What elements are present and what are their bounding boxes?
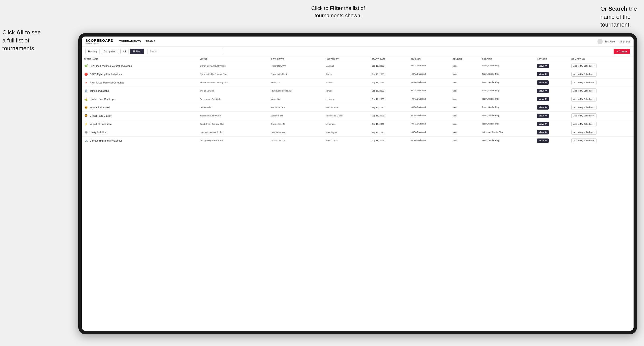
add-schedule-button-0[interactable]: Add to My Schedule +	[571, 64, 596, 68]
cell-gender-8: Men	[450, 128, 480, 137]
event-name-text-0: 2023 Joe Feaganes Marshall Invitational	[90, 65, 132, 67]
cell-city-3: Plymouth Meeting, PA	[269, 87, 324, 95]
cell-competing-1: Add to My Schedule +	[570, 70, 634, 78]
cell-competing-7: Add to My Schedule +	[570, 120, 634, 128]
cell-venue-2: Shuttle Meadow Country Club	[198, 78, 269, 87]
cell-venue-8: Gold Mountain Golf Club	[198, 128, 269, 137]
cell-division-8: NCAA Division I	[409, 128, 450, 137]
cell-city-1: Olympia Fields, IL	[269, 70, 324, 78]
cell-hosted-5: Kansas State	[324, 103, 370, 112]
add-schedule-button-1[interactable]: Add to My Schedule +	[571, 72, 596, 77]
cell-competing-3: Add to My Schedule +	[570, 87, 634, 95]
tournaments-table: EVENT NAME VENUE CITY, STATE HOSTED BY S…	[82, 56, 634, 145]
table-row: 🔺 Ryan T. Lee Memorial Collegiate Shuttl…	[82, 78, 634, 87]
view-button-6[interactable]: View 👁	[537, 114, 548, 118]
view-button-9[interactable]: View 👁	[537, 139, 548, 143]
filter-icon: ☰	[132, 50, 136, 53]
cell-competing-6: Add to My Schedule +	[570, 112, 634, 120]
add-schedule-button-9[interactable]: Add to My Schedule +	[571, 138, 596, 143]
view-button-7[interactable]: View 👁	[537, 122, 548, 126]
add-schedule-button-6[interactable]: Add to My Schedule +	[571, 113, 596, 118]
eye-icon-3: 👁	[545, 90, 547, 92]
filter-button[interactable]: ☰ Filter	[130, 49, 144, 54]
logo-area: SCOREBOARD Powered by clippd	[86, 38, 114, 45]
add-schedule-button-8[interactable]: Add to My Schedule +	[571, 130, 596, 135]
search-input[interactable]	[147, 49, 223, 54]
col-event-name: EVENT NAME	[82, 56, 198, 62]
event-name-text-8: Husky Individual	[90, 131, 107, 134]
all-button[interactable]: All	[120, 49, 128, 54]
cell-date-5: Sep 17, 2023	[370, 103, 409, 112]
view-button-4[interactable]: View 👁	[537, 97, 548, 101]
table-header-row: EVENT NAME VENUE CITY, STATE HOSTED BY S…	[82, 56, 634, 62]
avatar	[598, 39, 603, 44]
cell-competing-8: Add to My Schedule +	[570, 128, 634, 137]
table-row: 🐱 Wildcat Invitational Colbert Hills Man…	[82, 103, 634, 112]
cell-date-8: Sep 18, 2023	[370, 128, 409, 137]
cell-scoring-7: Team, Stroke Play	[480, 120, 535, 128]
cell-city-4: Victor, NY	[269, 95, 324, 103]
tab-tournaments[interactable]: TOURNAMENTS	[119, 39, 141, 44]
cell-hosted-7: Valparaiso	[324, 120, 370, 128]
add-schedule-button-7[interactable]: Add to My Schedule +	[571, 122, 596, 126]
cell-city-8: Bremerton, WA	[269, 128, 324, 137]
add-schedule-button-4[interactable]: Add to My Schedule +	[571, 97, 596, 102]
cell-actions-6: View 👁	[535, 112, 569, 120]
sign-out-link[interactable]: Sign out	[620, 40, 630, 43]
cell-competing-5: Add to My Schedule +	[570, 103, 634, 112]
cell-scoring-4: Team, Stroke Play	[480, 95, 535, 103]
view-button-1[interactable]: View 👁	[537, 72, 548, 76]
cell-hosted-1: Illinois	[324, 70, 370, 78]
view-button-3[interactable]: View 👁	[537, 89, 548, 93]
view-button-0[interactable]: View 👁	[537, 64, 548, 68]
cell-city-6: Jackson, TN	[269, 112, 324, 120]
view-button-5[interactable]: View 👁	[537, 105, 548, 110]
team-logo-6: 🦁	[84, 113, 88, 118]
cell-scoring-0: Team, Stroke Play	[480, 62, 535, 70]
col-competing: COMPETING	[570, 56, 634, 62]
cell-event-name-3: 🏛️ Temple Invitational	[82, 87, 198, 95]
tab-teams[interactable]: TEAMS	[146, 39, 155, 44]
add-schedule-button-3[interactable]: Add to My Schedule +	[571, 88, 596, 93]
cell-venue-3: The 1912 Club	[198, 87, 269, 95]
cell-scoring-9: Team, Stroke Play	[480, 137, 535, 145]
cell-date-9: Sep 18, 2023	[370, 137, 409, 145]
cell-actions-2: View 👁	[535, 78, 569, 87]
header-right: Test User | Sign out	[598, 39, 630, 44]
cell-division-0: NCAA Division I	[409, 62, 450, 70]
team-logo-3: 🏛️	[84, 88, 88, 93]
add-schedule-button-5[interactable]: Add to My Schedule +	[571, 105, 596, 110]
tablet-frame: SCOREBOARD Powered by clippd TOURNAMENTS…	[78, 33, 637, 334]
cell-actions-7: View 👁	[535, 120, 569, 128]
team-logo-1: 🔴	[84, 72, 88, 77]
cell-division-9: NCAA Division I	[409, 137, 450, 145]
eye-icon-5: 👁	[545, 106, 547, 109]
eye-icon-0: 👁	[545, 65, 547, 67]
col-scoring: SCORING	[480, 56, 535, 62]
cell-event-name-2: 🔺 Ryan T. Lee Memorial Collegiate	[82, 78, 198, 87]
cell-event-name-6: 🦁 Grover Page Classic	[82, 112, 198, 120]
view-button-8[interactable]: View 👁	[537, 130, 548, 135]
cell-division-3: NCAA Division I	[409, 87, 450, 95]
cell-event-name-8: 🐺 Husky Individual	[82, 128, 198, 137]
nav-tabs: TOURNAMENTS TEAMS	[119, 39, 598, 44]
view-button-2[interactable]: View 👁	[537, 80, 548, 85]
hosting-button[interactable]: Hosting	[86, 49, 100, 54]
table-row: 🏔️ Chicago Highlands Invitational Chicag…	[82, 137, 634, 145]
cell-event-name-0: 🌿 2023 Joe Feaganes Marshall Invitationa…	[82, 62, 198, 70]
cell-scoring-8: Individual, Stroke Play	[480, 128, 535, 137]
col-gender: GENDER	[450, 56, 480, 62]
eye-icon-8: 👁	[545, 131, 547, 134]
cell-gender-3: Men	[450, 87, 480, 95]
eye-icon-1: 👁	[545, 73, 547, 75]
cell-date-2: Sep 16, 2023	[370, 78, 409, 87]
competing-button[interactable]: Competing	[101, 49, 119, 54]
cell-event-name-4: ⛳ Upstate Dual Challenge	[82, 95, 198, 103]
cell-date-3: Sep 16, 2023	[370, 87, 409, 95]
col-venue: VENUE	[198, 56, 269, 62]
cell-gender-6: Men	[450, 112, 480, 120]
cell-hosted-2: Fairfield	[324, 78, 370, 87]
create-button[interactable]: + Create	[614, 49, 630, 54]
add-schedule-button-2[interactable]: Add to My Schedule +	[571, 80, 596, 85]
cell-event-name-7: ⚡ Valpo Fall Invitational	[82, 120, 198, 128]
